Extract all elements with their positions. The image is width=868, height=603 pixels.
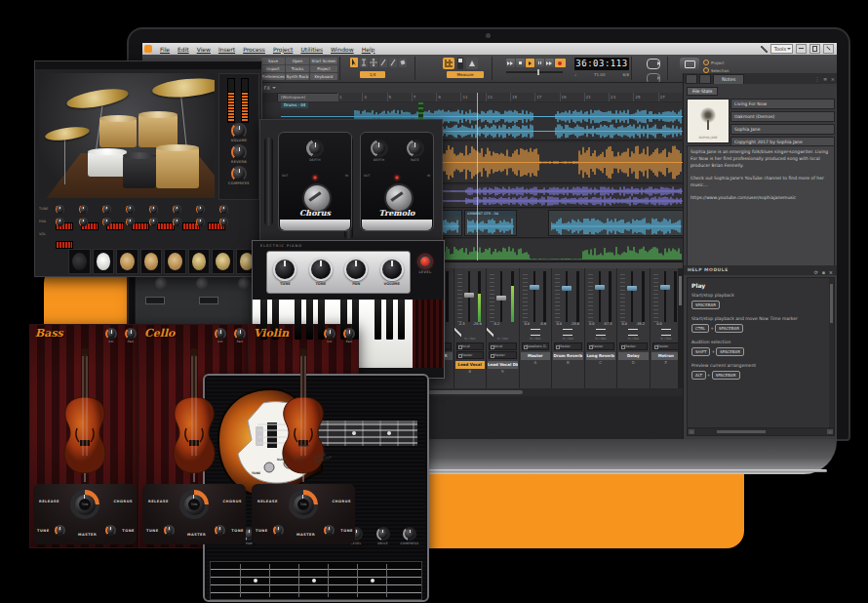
pan-icon[interactable] — [596, 329, 606, 336]
rack-button[interactable] — [145, 297, 165, 304]
channel-knob[interactable] — [126, 205, 135, 214]
synth-tab-icon[interactable] — [699, 74, 711, 84]
tools-dropdown[interactable]: Tools — [770, 44, 793, 54]
fader-handle[interactable] — [464, 293, 474, 298]
volume-knob[interactable] — [215, 328, 226, 340]
master-knob[interactable] — [231, 123, 247, 139]
rewind-button[interactable] — [506, 59, 515, 67]
channel-knob[interactable] — [79, 218, 88, 226]
channel-knob[interactable] — [56, 205, 64, 214]
menu-item[interactable]: Insert — [215, 46, 239, 53]
toolbar-button[interactable]: Tracks — [286, 65, 309, 72]
record-button[interactable] — [555, 59, 566, 67]
meter-value[interactable]: 6/8 — [623, 72, 629, 77]
mixer-strip[interactable]: -5.2 In / Out Vocal Master Lead Vocal Db… — [487, 268, 520, 388]
toolbar-button[interactable]: Save — [261, 58, 285, 64]
channel-knob[interactable] — [126, 218, 135, 226]
channel-name[interactable]: Drum Reverb — [553, 352, 583, 360]
automation-pencil-icon[interactable] — [487, 328, 493, 337]
eq-knob[interactable] — [196, 277, 209, 290]
channel-knob[interactable] — [102, 218, 111, 226]
channel-name[interactable]: Delay — [618, 352, 649, 360]
playhead[interactable] — [477, 93, 478, 261]
tune-knob[interactable] — [273, 525, 284, 536]
channel-knob[interactable] — [79, 205, 88, 214]
menu-item[interactable]: Process — [239, 46, 269, 53]
menu-item[interactable]: File — [156, 46, 174, 53]
tremolo-pedal[interactable]: DEPTH RATE OUT IN Tremolo — [360, 132, 434, 231]
channel-knob[interactable] — [173, 205, 181, 214]
toolbar-button[interactable]: Start Screen — [310, 58, 337, 64]
automation-pencil-icon[interactable] — [454, 328, 461, 337]
help-header-icons[interactable]: ⟳ ▪ × — [814, 267, 834, 277]
piano-knob[interactable] — [273, 258, 296, 281]
pan-icon[interactable] — [628, 329, 638, 336]
pan-icon[interactable] — [563, 329, 572, 336]
channel-name[interactable]: Lead Vocal Db — [488, 361, 518, 369]
move-tool-icon[interactable] — [370, 58, 377, 67]
tone-knob[interactable] — [105, 525, 116, 536]
output-route-dropdown[interactable]: Master — [489, 351, 517, 359]
snap-measure-dropdown[interactable]: Measure — [447, 71, 484, 78]
output-route-dropdown[interactable]: Speakers O. — [522, 342, 550, 350]
toolbar-button[interactable]: Open — [286, 58, 309, 64]
mix-option-label[interactable]: Selection — [711, 68, 729, 73]
fast-forward-button[interactable] — [545, 59, 554, 67]
drum-pad[interactable] — [140, 249, 163, 274]
export-button[interactable] — [680, 58, 699, 70]
toolbar-button[interactable]: Preferences — [261, 73, 285, 80]
mixer-strip[interactable]: 0.0-57.3 In / Out Master Long Reverb C — [585, 268, 618, 388]
metronome-icon[interactable]: ♩ — [574, 72, 576, 77]
pan-knob[interactable] — [125, 328, 137, 340]
channel-name[interactable]: Long Reverb — [586, 352, 616, 360]
audio-clip[interactable] — [548, 210, 685, 236]
depth-knob[interactable] — [371, 140, 388, 157]
toolbar-button[interactable]: Project — [310, 65, 337, 72]
input-route-dropdown[interactable]: Vocal — [456, 342, 485, 350]
mixer-strip[interactable]: 0.0-25.6 In / Out Master Drum Reverb B — [552, 268, 585, 388]
master-knob[interactable] — [231, 166, 247, 181]
menu-item[interactable]: Help — [358, 46, 379, 53]
draw-resolution-dropdown[interactable]: 1/4 — [360, 71, 385, 78]
panel-options-icon[interactable]: ⋮ ≡ × — [814, 75, 836, 84]
volume-knob[interactable] — [324, 328, 335, 340]
pan-knob[interactable] — [343, 328, 355, 340]
menu-item[interactable]: Project — [269, 46, 297, 53]
drum-pad[interactable] — [188, 249, 211, 274]
transport-slider[interactable] — [506, 71, 563, 73]
tune-knob[interactable] — [55, 525, 65, 536]
marker-icon[interactable] — [466, 58, 478, 69]
chorus-pedal[interactable]: DEPTH OUT IN Chorus — [278, 132, 352, 231]
channel-knob[interactable] — [149, 218, 158, 226]
depth-knob[interactable] — [306, 140, 324, 157]
mixer-strip[interactable]: 0.0-5.9 In / Out Speakers O. Master A — [520, 268, 553, 388]
rate-knob[interactable] — [407, 140, 424, 157]
help-scrollbar[interactable] — [829, 278, 834, 434]
pan-icon[interactable] — [531, 329, 540, 336]
toolbar-button[interactable]: Synth Rack — [286, 73, 309, 80]
pan-knob[interactable] — [234, 328, 246, 340]
close-button[interactable] — [823, 44, 834, 54]
tone-knob[interactable] — [324, 525, 335, 536]
channel-knob[interactable] — [102, 205, 111, 214]
channel-knob[interactable] — [219, 205, 228, 214]
drum-pad[interactable] — [68, 249, 91, 274]
channel-knob[interactable] — [196, 218, 205, 226]
snap-toggle[interactable] — [457, 58, 463, 69]
erase-tool-icon[interactable] — [399, 58, 407, 67]
input-route-dropdown[interactable]: Vocal — [489, 342, 517, 350]
channel-name[interactable]: Lead Vocal — [455, 361, 486, 369]
mixer-strip[interactable]: 0.0-35.2 In / Out Master Delay D — [617, 268, 651, 388]
notes-field[interactable]: Sophia Jane — [730, 124, 835, 135]
menu-item[interactable]: Edit — [174, 46, 193, 53]
snap-grid-icon[interactable] — [443, 58, 454, 69]
eq-knob[interactable] — [238, 277, 251, 290]
fader-handle[interactable] — [562, 286, 572, 291]
play-button[interactable] — [526, 59, 534, 67]
tone-knob[interactable] — [215, 525, 225, 536]
pencil-icon[interactable] — [761, 46, 768, 53]
volume-knob[interactable] — [105, 328, 117, 340]
smart-tool-icon[interactable] — [350, 58, 358, 67]
output-route-dropdown[interactable]: Master — [554, 342, 582, 350]
mixer-strip[interactable]: -2.3-25.9 In / Out Vocal Master Lead Voc… — [454, 268, 488, 388]
